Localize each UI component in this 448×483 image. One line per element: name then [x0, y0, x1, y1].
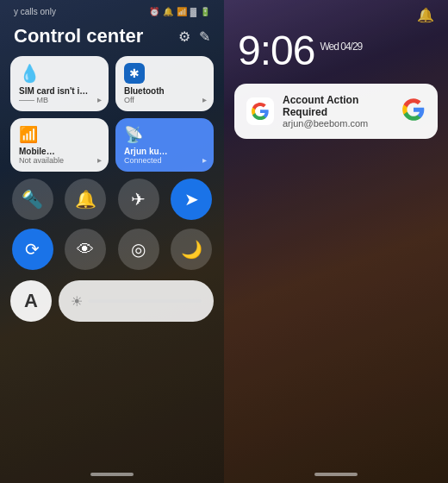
clock-date: Wed 04/29 [320, 41, 362, 53]
bell-button[interactable]: 🔔 [65, 179, 106, 220]
brightness-icon: ☀ [71, 293, 83, 310]
google-app-icon [246, 97, 274, 125]
mobile-arrow: ▸ [97, 155, 102, 165]
mobile-icon: 📶 [19, 125, 100, 144]
status-text: y calls only [14, 7, 56, 16]
clock-digits: 9:06 [238, 28, 314, 73]
home-indicator-right [314, 473, 358, 476]
notification-subtitle: arjun@beebom.com [283, 118, 393, 129]
rotation-button[interactable]: ⟳ [12, 229, 53, 270]
bluetooth-title: Bluetooth [124, 86, 205, 96]
alarm-icon: ⏰ [149, 7, 159, 16]
battery-icon: 🔋 [200, 7, 210, 16]
mobile-sub: Not available [19, 156, 100, 165]
left-panel: y calls only ⏰ 🔔 📶 ▓ 🔋 Control center ⚙ … [0, 0, 224, 483]
sim-arrow: ▸ [97, 95, 102, 104]
clock-time: 9:06Wed 04/29 [238, 28, 362, 73]
wifi-sub: Connected [124, 156, 205, 165]
settings-icon[interactable]: ⚙ [178, 28, 190, 45]
top-tiles-row: 💧 SIM card isn't i… —— MB ▸ ✱ Bluetooth … [10, 56, 214, 111]
icon-row-2: ⟳ 👁 ◎ 🌙 [10, 229, 214, 270]
flashlight-button[interactable]: 🔦 [12, 179, 53, 220]
alphabet-button[interactable]: A [10, 280, 52, 322]
grayscale-button[interactable]: ◎ [118, 229, 159, 270]
wifi-title: Arjun ku… [124, 147, 205, 156]
wifi-status-icon: ▓ [190, 7, 196, 16]
status-bar-left: y calls only ⏰ 🔔 📶 ▓ 🔋 [10, 0, 214, 20]
sim-title: SIM card isn't i… [19, 86, 100, 96]
location-button[interactable]: ➤ [171, 179, 212, 220]
bluetooth-sub: Off [124, 96, 205, 104]
notification-title: Account Action Required [283, 94, 393, 118]
clock-area: 9:06Wed 04/29 [234, 27, 438, 84]
mobile-title: Mobile… [19, 147, 100, 156]
home-indicator-left [90, 473, 134, 476]
icon-row-1: 🔦 🔔 ✈ ➤ [10, 179, 214, 220]
google-g-svg [251, 102, 270, 121]
brightness-bar[interactable]: ☀ [59, 280, 214, 322]
cc-header: Control center ⚙ ✎ [10, 20, 214, 56]
bluetooth-icon: ✱ [124, 63, 145, 84]
cc-title: Control center [14, 25, 143, 47]
google-brand-icon [401, 97, 426, 125]
bluetooth-arrow: ▸ [202, 95, 207, 104]
sim-sub: —— MB [19, 96, 100, 104]
edit-icon[interactable]: ✎ [199, 28, 210, 45]
sim-tile[interactable]: 💧 SIM card isn't i… —— MB ▸ [10, 56, 109, 111]
bottom-row: A ☀ [10, 280, 214, 322]
right-panel: 🔔 9:06Wed 04/29 Account Action Required … [224, 0, 448, 483]
brightness-track [88, 299, 202, 303]
wifi-icon: 📡 [124, 125, 205, 144]
bell-status-icon: 🔔 [163, 7, 173, 16]
airplane-button[interactable]: ✈ [118, 179, 159, 220]
cc-header-icons: ⚙ ✎ [178, 28, 210, 45]
status-bar-right: 🔔 [234, 0, 438, 27]
signal-icon: 📶 [177, 7, 187, 16]
bluetooth-tile[interactable]: ✱ Bluetooth Off ▸ [115, 56, 214, 111]
wifi-arrow: ▸ [202, 155, 207, 165]
reading-mode-button[interactable]: 👁 [65, 229, 106, 270]
notification-content: Account Action Required arjun@beebom.com [283, 94, 393, 129]
status-icons: ⏰ 🔔 📶 ▓ 🔋 [149, 7, 210, 16]
sleep-button[interactable]: 🌙 [171, 229, 212, 270]
second-tiles-row: 📶 Mobile… Not available ▸ 📡 Arjun ku… Co… [10, 118, 214, 172]
notification-card[interactable]: Account Action Required arjun@beebom.com [234, 84, 438, 139]
sim-icon: 💧 [19, 63, 40, 84]
wifi-tile[interactable]: 📡 Arjun ku… Connected ▸ [115, 118, 214, 172]
bell-icon: 🔔 [417, 7, 434, 23]
mobile-tile[interactable]: 📶 Mobile… Not available ▸ [10, 118, 109, 172]
